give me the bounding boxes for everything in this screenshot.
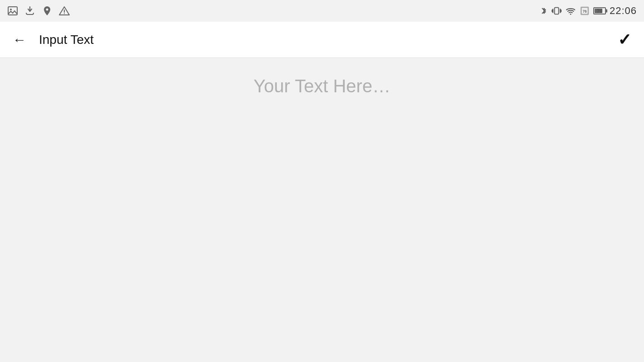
svg-point-3 (46, 9, 48, 11)
svg-rect-6 (554, 8, 558, 14)
warning-icon (59, 5, 70, 16)
svg-point-1 (10, 9, 12, 10)
svg-point-5 (64, 13, 65, 14)
app-bar: ← Input Text ✓ (0, 22, 644, 58)
wifi-icon (565, 6, 576, 16)
back-arrow-icon: ← (13, 32, 26, 48)
confirm-button[interactable]: ✓ (614, 27, 635, 53)
svg-point-11 (570, 14, 572, 15)
svg-text:76: 76 (582, 10, 587, 14)
text-input[interactable] (0, 58, 644, 362)
checkmark-icon: ✓ (618, 30, 631, 49)
sim-icon: 76 (580, 6, 590, 16)
download-icon (24, 5, 35, 16)
status-time: 22:06 (610, 5, 637, 17)
battery-icon: 76 (593, 7, 606, 14)
main-content (0, 58, 644, 362)
vibrate-icon (552, 6, 562, 16)
location-icon (42, 5, 53, 16)
status-bar-right-icons: 76 76 22:06 (540, 5, 637, 17)
image-icon (7, 5, 18, 16)
status-bar: 76 76 22:06 (0, 0, 644, 22)
bluetooth-icon (540, 6, 548, 16)
status-bar-left-icons (7, 5, 70, 16)
back-button[interactable]: ← (9, 29, 30, 51)
app-bar-title: Input Text (39, 33, 94, 47)
app-bar-left: ← Input Text (9, 29, 94, 51)
